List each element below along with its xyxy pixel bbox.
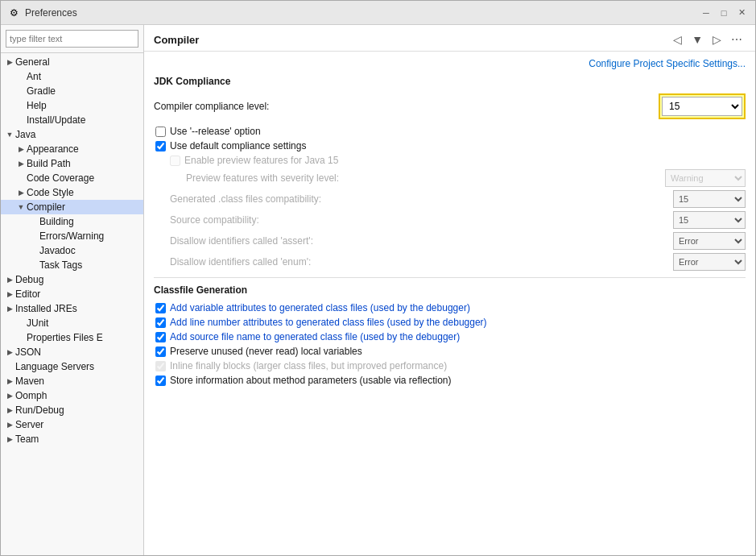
sidebar-item-compiler[interactable]: ▼ Compiler	[1, 200, 143, 214]
sidebar-item-label-properties-files: Properties Files E	[27, 332, 103, 343]
inline-finally-checkbox[interactable]	[155, 361, 166, 371]
sidebar-item-java[interactable]: ▼ Java	[1, 127, 143, 142]
expand-arrow-editor: ▶	[4, 290, 15, 298]
expand-arrow-installed-jres: ▶	[4, 305, 15, 313]
add-variable-label[interactable]: Add variable attributes to generated cla…	[170, 302, 470, 313]
expand-arrow-oomph: ▶	[4, 392, 15, 400]
disallow-assert-select[interactable]: Error	[673, 232, 746, 250]
sidebar-item-label-oomph: Oomph	[15, 390, 47, 401]
sidebar-item-label-json: JSON	[15, 346, 41, 358]
sidebar-item-debug[interactable]: ▶ Debug	[1, 272, 143, 287]
sidebar-item-ant[interactable]: Ant	[1, 69, 143, 84]
sidebar-item-label-debug: Debug	[15, 274, 43, 285]
compliance-level-row: Compiler compliance level: 15	[154, 93, 746, 119]
use-default-checkbox[interactable]	[155, 141, 166, 151]
compliance-level-label: Compiler compliance level:	[154, 101, 659, 112]
search-input[interactable]	[6, 30, 138, 48]
preserve-unused-label[interactable]: Preserve unused (never read) local varia…	[170, 346, 362, 357]
back-button[interactable]: ◁	[670, 31, 685, 48]
page-title: Compiler	[154, 34, 670, 46]
nav-dropdown-button[interactable]: ▼	[688, 31, 706, 48]
configure-link-area: Configure Project Specific Settings...	[154, 58, 746, 69]
enable-preview-label: Enable preview features for Java 15	[184, 155, 338, 166]
sidebar-item-json[interactable]: ▶ JSON	[1, 345, 143, 359]
sidebar-item-editor[interactable]: ▶ Editor	[1, 287, 143, 301]
use-default-label[interactable]: Use default compliance settings	[170, 140, 306, 151]
add-source-file-checkbox[interactable]	[155, 332, 166, 342]
add-source-file-label[interactable]: Add source file name to generated class …	[170, 331, 460, 342]
sidebar-item-label-run-debug: Run/Debug	[15, 405, 64, 416]
preview-severity-row: Preview features with severity level: Wa…	[154, 169, 746, 187]
configure-project-link[interactable]: Configure Project Specific Settings...	[589, 58, 746, 69]
maximize-button[interactable]: □	[717, 6, 731, 20]
main-toolbar: ◁ ▼ ▷ ⋯	[670, 31, 746, 48]
enable-preview-checkbox[interactable]	[170, 156, 180, 166]
sidebar-item-label-general: General	[15, 56, 50, 68]
sidebar-item-team[interactable]: ▶ Team	[1, 432, 143, 446]
sidebar-item-label-code-style: Code Style	[27, 187, 74, 198]
sidebar-item-label-compiler: Compiler	[27, 201, 65, 213]
sidebar-item-label-editor: Editor	[15, 288, 40, 300]
more-button[interactable]: ⋯	[728, 31, 746, 48]
disallow-enum-select[interactable]: Error	[673, 253, 746, 271]
use-release-checkbox[interactable]	[155, 127, 166, 137]
preserve-unused-checkbox[interactable]	[155, 346, 166, 357]
close-button[interactable]: ✕	[734, 6, 749, 20]
expand-arrow-maven: ▶	[4, 377, 15, 385]
window-title: Preferences	[25, 7, 699, 19]
use-release-label[interactable]: Use '--release' option	[170, 126, 261, 137]
generated-class-select[interactable]: 15	[673, 190, 746, 208]
sidebar-item-label-building: Building	[39, 216, 74, 227]
expand-arrow-team: ▶	[4, 435, 15, 443]
sidebar-item-code-coverage[interactable]: Code Coverage	[1, 171, 143, 185]
sidebar-item-install-update[interactable]: Install/Update	[1, 113, 143, 127]
sidebar-item-errors-warning[interactable]: Errors/Warning	[1, 229, 143, 243]
main-header: Compiler ◁ ▼ ▷ ⋯	[144, 25, 755, 52]
sidebar-item-build-path[interactable]: ▶ Build Path	[1, 156, 143, 171]
expand-arrow-run-debug: ▶	[4, 406, 15, 414]
sidebar-item-gradle[interactable]: Gradle	[1, 84, 143, 98]
add-variable-checkbox[interactable]	[155, 303, 166, 313]
sidebar-item-junit[interactable]: JUnit	[1, 316, 143, 330]
source-compat-select[interactable]: 15	[673, 211, 746, 229]
minimize-button[interactable]: ─	[699, 6, 713, 20]
sidebar-item-language-servers[interactable]: Language Servers	[1, 359, 143, 374]
expand-arrow-compiler: ▼	[15, 203, 27, 211]
add-line-number-label[interactable]: Add line number attributes to generated …	[170, 317, 487, 328]
sidebar-item-task-tags[interactable]: Task Tags	[1, 258, 143, 272]
sidebar-item-server[interactable]: ▶ Server	[1, 417, 143, 432]
sidebar-item-label-junit: JUnit	[27, 317, 48, 329]
add-line-number-checkbox[interactable]	[155, 317, 166, 328]
window-controls: ─ □ ✕	[699, 6, 749, 20]
add-variable-row: Add variable attributes to generated cla…	[154, 302, 746, 313]
sidebar-item-building[interactable]: Building	[1, 214, 143, 229]
sidebar-item-maven[interactable]: ▶ Maven	[1, 374, 143, 388]
expand-arrow-json: ▶	[4, 348, 15, 356]
store-info-checkbox[interactable]	[155, 376, 166, 386]
sidebar-item-general[interactable]: ▶ General	[1, 55, 143, 69]
sidebar-item-label-build-path: Build Path	[27, 158, 71, 169]
sidebar-item-installed-jres[interactable]: ▶ Installed JREs	[1, 301, 143, 316]
disallow-assert-row: Disallow identifiers called 'assert': Er…	[154, 232, 746, 250]
preserve-unused-row: Preserve unused (never read) local varia…	[154, 346, 746, 357]
forward-button[interactable]: ▷	[709, 31, 725, 48]
sidebar-item-label-java: Java	[15, 129, 35, 140]
sidebar-item-appearance[interactable]: ▶ Appearance	[1, 142, 143, 156]
sidebar-item-oomph[interactable]: ▶ Oomph	[1, 388, 143, 403]
content-area: ▶ General Ant Gradle Help Install/	[1, 25, 755, 555]
sidebar-item-code-style[interactable]: ▶ Code Style	[1, 185, 143, 200]
store-info-label[interactable]: Store information about method parameter…	[170, 375, 452, 386]
window-icon: ⚙	[7, 6, 20, 19]
sidebar-item-properties-files[interactable]: Properties Files E	[1, 330, 143, 345]
compliance-level-select[interactable]: 15	[662, 97, 742, 116]
add-line-number-row: Add line number attributes to generated …	[154, 317, 746, 328]
preview-severity-select[interactable]: Warning	[665, 169, 746, 187]
sidebar-item-label-language-servers: Language Servers	[15, 361, 94, 372]
sidebar-item-label-maven: Maven	[15, 376, 44, 387]
sidebar-item-run-debug[interactable]: ▶ Run/Debug	[1, 403, 143, 417]
preview-severity-label: Preview features with severity level:	[186, 172, 665, 184]
sidebar-item-javadoc[interactable]: Javadoc	[1, 243, 143, 258]
sidebar-item-label-javadoc: Javadoc	[39, 245, 76, 256]
sidebar-item-help[interactable]: Help	[1, 98, 143, 113]
expand-arrow-code-style: ▶	[15, 189, 27, 197]
